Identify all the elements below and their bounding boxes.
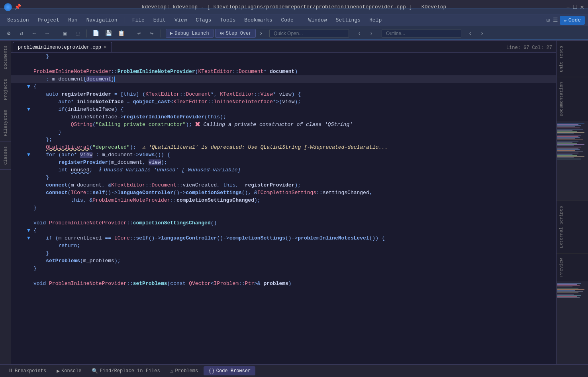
tab-konsole[interactable]: ▶ Konsole (52, 366, 86, 376)
right-panel: Unit Tests Documentation (556, 41, 588, 364)
table-row: this, &ProblemInlineNoteProvider::comple… (11, 196, 556, 204)
table-row: QString("Calling private constructor"); … (11, 121, 556, 128)
table-row: registerProvider(m_document, view); (11, 159, 556, 166)
table-row: auto registerProvider = [this] (KTextEdi… (11, 90, 556, 98)
tab-bar: probleminlinenoteprovider.cpp × Line: 67… (11, 41, 556, 53)
sidebar-item-classes[interactable]: Classes (3, 143, 8, 168)
left-panel: Documents Projects Filesystem Classes (0, 41, 11, 364)
table-row: return; (11, 242, 556, 249)
table-row: QLatin1Literal("deprecated"); ⚠ 'QLatin1… (11, 143, 556, 151)
left-section-classes: Classes (0, 141, 11, 170)
tab-probleminlinenoteprovider[interactable]: probleminlinenoteprovider.cpp × (13, 42, 112, 52)
table-row: void ProblemInlineNoteProvider::completi… (11, 219, 556, 227)
table-row: ▼ if(inlineNoteIface) { (11, 106, 556, 113)
table-row: ▼ if (m_currentLevel == ICore::self()->l… (11, 234, 556, 242)
table-row: connect(m_document, &KTextEditor::Docume… (11, 181, 556, 189)
table-row: : m_document{document} (11, 75, 556, 83)
table-row: } (11, 53, 556, 60)
table-row: } (11, 265, 556, 272)
tab-problems[interactable]: ⚠ Problems (166, 366, 203, 376)
tab-label: probleminlinenoteprovider.cpp (18, 45, 101, 50)
code-browser-label: Code Browser (216, 368, 251, 374)
left-section-projects: Projects (0, 74, 11, 105)
tab-find-replace[interactable]: 🔍 Find/Replace in Files (87, 366, 165, 376)
table-row: void ProblemInlineNoteProvider::setProbl… (11, 280, 556, 287)
line-col-indicator: Line: 67 Col: 27 (506, 45, 556, 52)
tab-close-btn[interactable]: × (104, 44, 107, 51)
table-row: } (11, 204, 556, 212)
main-area: Documents Projects Filesystem Classes pr… (0, 41, 588, 364)
table-row (11, 60, 556, 68)
table-row (11, 272, 556, 280)
table-row: setProblems(m_problems); (11, 257, 556, 265)
konsole-icon: ▶ (57, 368, 60, 374)
sidebar-item-documents[interactable]: Documents (3, 42, 8, 72)
left-section-filesystem: Filesystem (0, 105, 11, 141)
tab-unit-tests[interactable]: Unit Tests (557, 41, 588, 77)
right-tab-group-2: External Scripts Preview (557, 201, 588, 281)
table-row: } (11, 174, 556, 181)
table-row: auto* inlineNoteIface = qobject_cast<KTe… (11, 98, 556, 106)
right-tab-group: Unit Tests Documentation (557, 41, 588, 121)
table-row (11, 212, 556, 219)
find-replace-label: Find/Replace in Files (100, 368, 160, 374)
table-row: ▼ { (11, 83, 556, 90)
table-row: inlineNoteIface->registerInlineNoteProvi… (11, 113, 556, 121)
editor-area: probleminlinenoteprovider.cpp × Line: 67… (11, 41, 556, 364)
table-row: }; (11, 136, 556, 143)
tab-preview[interactable]: Preview (557, 253, 588, 281)
code-editor[interactable]: } ProblemInlineNoteProvider::ProblemInli… (11, 53, 556, 364)
table-row: } (11, 249, 556, 257)
table-row: int unused; ℹ Unused variable 'unused' [… (11, 166, 556, 174)
sidebar-item-filesystem[interactable]: Filesystem (3, 107, 8, 139)
breakpoints-label: Breakpoints (15, 368, 46, 374)
tab-code-browser[interactable]: {} Code Browser (204, 366, 255, 375)
find-icon: 🔍 (92, 368, 98, 374)
table-row: connect(ICore::self()->languageControlle… (11, 189, 556, 196)
table-row: ProblemInlineNoteProvider::ProblemInline… (11, 68, 556, 75)
breakpoints-icon: ⏸ (8, 368, 13, 374)
code-browser-icon: {} (208, 368, 215, 374)
problems-label: Problems (175, 368, 198, 374)
problems-icon: ⚠ (171, 368, 174, 374)
bottom-bar: ⏸ Breakpoints ▶ Konsole 🔍 Find/Replace i… (0, 364, 588, 377)
konsole-label: Konsole (61, 368, 81, 374)
tab-documentation[interactable]: Documentation (557, 77, 588, 121)
table-row: ▼ for (auto* view : m_document->views())… (11, 151, 556, 159)
line-col-text: Line: 67 Col: 27 (506, 45, 552, 51)
table-row: } (11, 128, 556, 136)
sidebar-item-projects[interactable]: Projects (3, 76, 8, 103)
left-section-docs: Documents (0, 41, 11, 74)
tab-breakpoints[interactable]: ⏸ Breakpoints (3, 366, 51, 375)
table-row: ▼ { (11, 227, 556, 234)
minimap (557, 121, 588, 201)
tab-external-scripts[interactable]: External Scripts (557, 201, 588, 253)
